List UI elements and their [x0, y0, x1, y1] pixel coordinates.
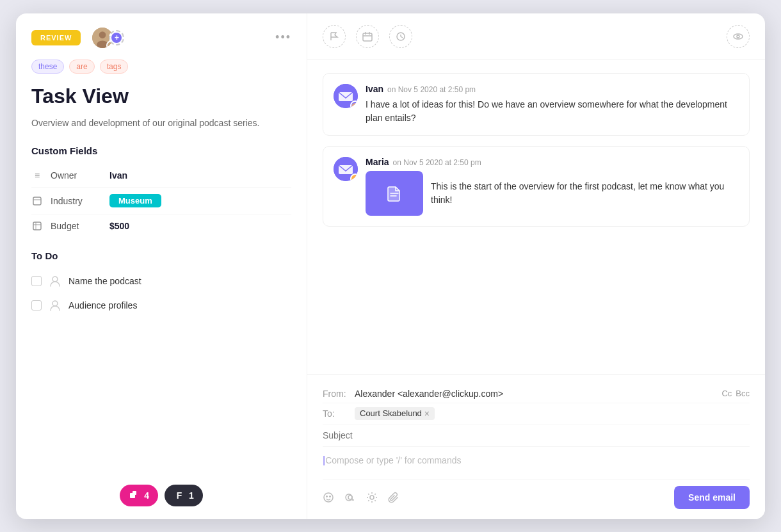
from-value: Alexander <alexander@clickup.com> [355, 389, 721, 399]
todo-user-icon-1 [48, 274, 62, 288]
subject-row [323, 424, 750, 447]
field-industry: Industry Museum [31, 188, 291, 214]
email-compose: From: Alexander <alexander@clickup.com> … [307, 374, 765, 519]
send-email-button[interactable]: Send email [674, 486, 750, 509]
custom-fields-heading: Custom Fields [16, 145, 307, 164]
compose-placeholder: Compose or type '/' for commands [325, 455, 461, 465]
field-budget: Budget $500 [31, 214, 291, 238]
todo-checkbox-2[interactable] [31, 300, 42, 310]
task-title: Task View [16, 84, 307, 116]
comment-avatar-maria [334, 157, 358, 181]
budget-label: Budget [51, 221, 102, 231]
compose-area: |Compose or type '/' for commands [323, 447, 750, 479]
comment-attachment-row: This is the start of the overview for th… [366, 171, 739, 216]
figma-badge-button[interactable]: F 1 [165, 485, 203, 506]
to-chip-remove[interactable]: × [424, 408, 430, 419]
svg-point-38 [370, 496, 374, 499]
figma-icon: F [173, 490, 185, 501]
right-panel: Ivan on Nov 5 2020 at 2:50 pm I have a l… [307, 13, 765, 519]
tag-these[interactable]: these [31, 60, 64, 74]
flag-button[interactable] [323, 25, 346, 48]
task-description: Overview and development of our original… [16, 116, 307, 145]
subject-input[interactable] [323, 430, 750, 440]
comment-avatar-ivan [334, 84, 358, 108]
notification-icon [129, 490, 140, 501]
svg-point-31 [354, 177, 357, 181]
settings-button[interactable] [366, 492, 378, 503]
comment-maria: Maria on Nov 5 2020 at 2:50 pm [323, 146, 750, 227]
add-avatar-button[interactable]: + [109, 30, 124, 45]
to-chip-name: Court Skabelund [360, 408, 422, 418]
todo-user-icon-2 [48, 298, 62, 312]
comment-time-maria: on Nov 5 2020 at 2:50 pm [393, 158, 481, 167]
svg-rect-15 [363, 33, 372, 41]
owner-label: Owner [51, 170, 102, 181]
todo-text-2: Audience profiles [68, 300, 137, 310]
cc-button[interactable]: Cc [721, 389, 732, 398]
cc-bcc-buttons: Cc Bcc [721, 389, 750, 398]
to-label: To: [323, 408, 355, 419]
budget-value: $500 [109, 221, 129, 231]
tag-tags[interactable]: tags [100, 60, 129, 74]
todo-section: To Do Name the podcast [16, 238, 307, 318]
owner-icon: ≡ [31, 170, 43, 181]
left-panel: REVIEW [16, 13, 307, 519]
email-to-row: To: Court Skabelund × [323, 403, 750, 424]
svg-rect-6 [33, 197, 41, 205]
svg-point-36 [330, 496, 331, 497]
clock-button[interactable] [389, 25, 412, 48]
comment-author-ivan: Ivan [366, 84, 383, 94]
figma-count: 1 [189, 490, 194, 501]
left-header: REVIEW [16, 13, 307, 60]
todo-checkbox-1[interactable] [31, 276, 42, 286]
svg-point-35 [326, 496, 328, 497]
svg-point-11 [52, 277, 58, 282]
comment-meta-ivan: Ivan on Nov 5 2020 at 2:50 pm [366, 84, 739, 94]
bottom-bar: 4 F 1 [16, 485, 307, 506]
emoji-button[interactable] [323, 492, 334, 503]
mention-button[interactable] [344, 492, 356, 503]
todo-item-1: Name the podcast [31, 269, 291, 293]
more-options-button[interactable]: ••• [275, 31, 291, 44]
svg-point-1 [99, 31, 106, 38]
svg-point-34 [324, 493, 333, 502]
notification-badge-button[interactable]: 4 [120, 485, 158, 506]
industry-icon [31, 197, 43, 206]
avatar-group: + [91, 26, 124, 49]
plus-icon: + [111, 33, 122, 43]
todo-text-1: Name the podcast [68, 276, 141, 286]
todo-heading: To Do [31, 250, 291, 269]
industry-label: Industry [51, 196, 102, 206]
custom-fields: ≡ Owner Ivan Industry Museum Budget $500 [16, 164, 307, 238]
calendar-button[interactable] [356, 25, 379, 48]
svg-point-27 [354, 104, 357, 108]
bcc-button[interactable]: Bcc [736, 389, 750, 398]
attachment-button[interactable] [388, 492, 399, 503]
svg-line-21 [401, 36, 403, 38]
svg-point-22 [734, 34, 743, 39]
comment-text-maria: This is the start of the overview for th… [431, 180, 739, 207]
svg-point-23 [737, 35, 739, 38]
comment-body-ivan: Ivan on Nov 5 2020 at 2:50 pm I have a l… [366, 84, 739, 125]
comment-author-maria: Maria [366, 157, 389, 167]
budget-icon [31, 222, 43, 230]
comment-text-ivan: I have a lot of ideas for this! Do we ha… [366, 98, 739, 125]
tag-are[interactable]: are [69, 60, 94, 74]
svg-point-12 [52, 301, 58, 306]
field-owner: ≡ Owner Ivan [31, 164, 291, 188]
from-label: From: [323, 389, 355, 399]
email-toolbar: Send email [323, 479, 750, 509]
eye-button[interactable] [727, 25, 750, 48]
notification-count: 4 [144, 490, 149, 501]
svg-rect-8 [33, 222, 41, 230]
comment-meta-maria: Maria on Nov 5 2020 at 2:50 pm [366, 157, 739, 167]
industry-value: Museum [109, 194, 161, 207]
comment-body-maria: Maria on Nov 5 2020 at 2:50 pm [366, 157, 739, 216]
owner-value: Ivan [109, 170, 127, 181]
comments-area: Ivan on Nov 5 2020 at 2:50 pm I have a l… [307, 60, 765, 374]
comment-time-ivan: on Nov 5 2020 at 2:50 pm [387, 85, 476, 94]
attachment-thumbnail[interactable] [366, 171, 423, 216]
todo-item-2: Audience profiles [31, 293, 291, 318]
email-from-row: From: Alexander <alexander@clickup.com> … [323, 385, 750, 403]
comment-ivan: Ivan on Nov 5 2020 at 2:50 pm I have a l… [323, 73, 750, 136]
